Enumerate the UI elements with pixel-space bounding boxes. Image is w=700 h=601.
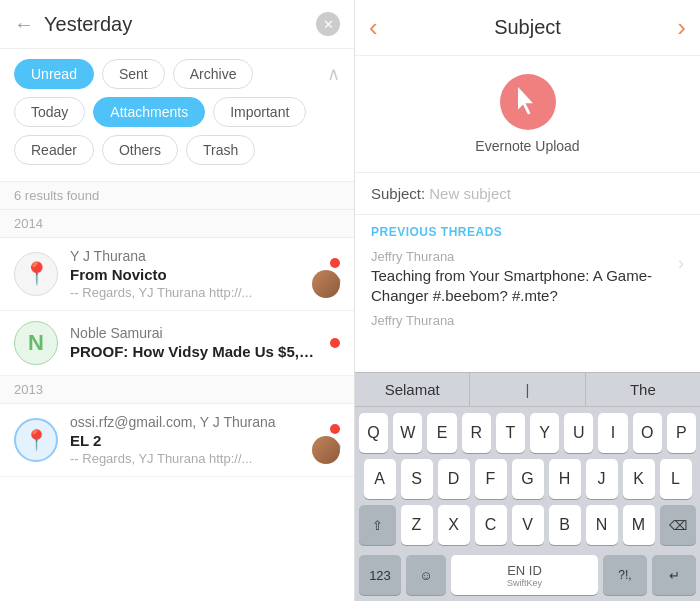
avatar: 📍 (14, 418, 58, 462)
key-t[interactable]: T (496, 413, 525, 453)
page-title: Yesterday (44, 13, 316, 36)
key-i[interactable]: I (598, 413, 627, 453)
email-list: 2014 📍 Y J Thurana From Novicto -- Regar… (0, 210, 354, 601)
email-item[interactable]: 📍 ossi.rfz@gmail.com, Y J Thurana EL 2 -… (0, 404, 354, 477)
left-panel: ← Yesterday ✕ Unread Sent Archive ∧ Toda… (0, 0, 355, 601)
key-f[interactable]: F (475, 459, 507, 499)
filter-trash[interactable]: Trash (186, 135, 255, 165)
forward-nav-icon[interactable]: › (677, 12, 686, 43)
map-pin-icon: 📍 (23, 261, 50, 287)
year-label-2014: 2014 (0, 210, 354, 238)
back-arrow-icon[interactable]: ← (14, 13, 34, 36)
subject-field[interactable]: Subject: New subject (355, 173, 700, 215)
email-meta (330, 338, 340, 348)
close-button[interactable]: ✕ (316, 12, 340, 36)
space-key[interactable]: EN ID SwiftKey (451, 555, 598, 595)
emoji-key[interactable]: ☺ (406, 555, 446, 595)
back-nav-icon[interactable]: ‹ (369, 12, 378, 43)
key-g[interactable]: G (512, 459, 544, 499)
key-d[interactable]: D (438, 459, 470, 499)
email-content: ossi.rfz@gmail.com, Y J Thurana EL 2 -- … (70, 414, 312, 466)
keyboard-rows: Q W E R T Y U I O P A S D F G H J K (355, 407, 700, 555)
filter-row-2: Today Attachments Important (14, 97, 340, 127)
compose-area: Evernote Upload Subject: New subject PRE… (355, 56, 700, 372)
filter-row-1: Unread Sent Archive ∧ (14, 59, 340, 89)
key-h[interactable]: H (549, 459, 581, 499)
evernote-avatar (500, 74, 556, 130)
key-j[interactable]: J (586, 459, 618, 499)
key-o[interactable]: O (633, 413, 662, 453)
email-subject: PROOF: How Vidsy Made Us $5,529 In 90 Mi… (70, 343, 322, 360)
filter-today[interactable]: Today (14, 97, 85, 127)
filter-archive[interactable]: Archive (173, 59, 254, 89)
filter-attachments[interactable]: Attachments (93, 97, 205, 127)
previous-threads-title: PREVIOUS THREADS (371, 225, 684, 239)
key-row-2: A S D F G H J K L (359, 459, 696, 499)
key-v[interactable]: V (512, 505, 544, 545)
email-content: Y J Thurana From Novicto -- Regards, YJ … (70, 248, 312, 300)
email-sender: Y J Thurana (70, 248, 312, 264)
keyboard-bottom: 123 ☺ EN ID SwiftKey ?!, ↵ (355, 555, 700, 601)
keyboard-suggestions: Selamat | The (355, 373, 700, 407)
key-k[interactable]: K (623, 459, 655, 499)
thread-content-2: Jeffry Thurana (371, 313, 454, 330)
compose-title: Subject (494, 16, 561, 39)
key-r[interactable]: R (462, 413, 491, 453)
key-y[interactable]: Y (530, 413, 559, 453)
results-info: 6 results found (0, 182, 354, 210)
thread-item[interactable]: Jeffry Thurana Teaching from Your Smartp… (371, 249, 684, 305)
key-l[interactable]: L (660, 459, 692, 499)
avatar: N (14, 321, 58, 365)
email-preview: -- Regards, YJ Thurana http://... (70, 451, 312, 466)
email-item[interactable]: 📍 Y J Thurana From Novicto -- Regards, Y… (0, 238, 354, 311)
collapse-icon[interactable]: ∧ (327, 63, 340, 85)
num-key[interactable]: 123 (359, 555, 401, 595)
evernote-section: Evernote Upload (355, 56, 700, 173)
suggestion-selamat[interactable]: Selamat (355, 373, 470, 406)
return-key[interactable]: ↵ (652, 555, 696, 595)
filter-sent[interactable]: Sent (102, 59, 165, 89)
email-sender: ossi.rfz@gmail.com, Y J Thurana (70, 414, 312, 430)
thread-subject: Teaching from Your Smartphone: A Game-Ch… (371, 266, 670, 305)
swiftkey-brand: SwiftKey (507, 578, 542, 588)
key-e[interactable]: E (427, 413, 456, 453)
email-subject: EL 2 (70, 432, 312, 449)
cursor-icon (513, 87, 543, 117)
thread-content: Jeffry Thurana Teaching from Your Smartp… (371, 249, 670, 305)
subject-input[interactable]: New subject (429, 185, 511, 202)
thread-item-2[interactable]: Jeffry Thurana (371, 313, 684, 330)
email-item[interactable]: N Noble Samurai PROOF: How Vidsy Made Us… (0, 311, 354, 376)
email-subject: From Novicto (70, 266, 312, 283)
key-b[interactable]: B (549, 505, 581, 545)
key-m[interactable]: M (623, 505, 655, 545)
key-u[interactable]: U (564, 413, 593, 453)
shift-key[interactable]: ⇧ (359, 505, 396, 545)
filter-section: Unread Sent Archive ∧ Today Attachments … (0, 49, 354, 182)
filter-reader[interactable]: Reader (14, 135, 94, 165)
lang-key[interactable]: ?!, (603, 555, 647, 595)
filter-unread[interactable]: Unread (14, 59, 94, 89)
filter-important[interactable]: Important (213, 97, 306, 127)
key-x[interactable]: X (438, 505, 470, 545)
keyboard-area: Selamat | The Q W E R T Y U I O P A S (355, 372, 700, 601)
delete-key[interactable]: ⌫ (660, 505, 697, 545)
key-q[interactable]: Q (359, 413, 388, 453)
key-s[interactable]: S (401, 459, 433, 499)
key-w[interactable]: W (393, 413, 422, 453)
key-z[interactable]: Z (401, 505, 433, 545)
key-a[interactable]: A (364, 459, 396, 499)
unread-dot (330, 424, 340, 434)
thread-sender-2: Jeffry Thurana (371, 313, 454, 328)
filter-others[interactable]: Others (102, 135, 178, 165)
year-label-2013: 2013 (0, 376, 354, 404)
key-p[interactable]: P (667, 413, 696, 453)
unread-dot (330, 338, 340, 348)
thread-arrow-icon: › (678, 253, 684, 274)
suggestion-the[interactable]: The (586, 373, 700, 406)
evernote-label: Evernote Upload (475, 138, 579, 154)
thread-sender: Jeffry Thurana (371, 249, 670, 264)
previous-threads: PREVIOUS THREADS Jeffry Thurana Teaching… (355, 215, 700, 344)
email-preview: -- Regards, YJ Thurana http://... (70, 285, 312, 300)
key-n[interactable]: N (586, 505, 618, 545)
key-c[interactable]: C (475, 505, 507, 545)
